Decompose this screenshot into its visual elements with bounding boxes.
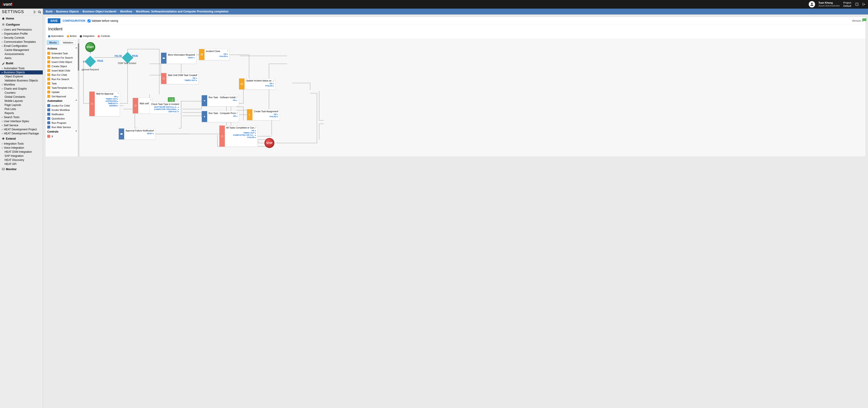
build-item-7[interactable]: Global Constants [0,95,43,99]
close-icon[interactable]: × [194,53,195,56]
close-icon[interactable]: × [277,110,279,112]
pal-auto-0[interactable]: Invoke For Child [45,104,79,108]
pal-action-7[interactable]: Task [45,81,79,86]
palette-group-actions[interactable]: Actions⌃ [45,46,79,51]
nav-build[interactable]: Build [0,60,43,66]
diamond-approval[interactable] [85,56,96,67]
close-icon[interactable]: × [273,79,274,82]
build-item-6[interactable]: Counters [0,91,43,95]
block-check-task[interactable]: Check Task Type in Incident SOFTWARE INS… [150,102,181,114]
validate-checkbox[interactable]: Validate before saving [88,19,118,22]
block-run-cp[interactable]: × Run Task - Computer Provi... OK [202,111,239,122]
cfg-item-3[interactable]: Communication Templates [0,40,43,44]
configuration-link[interactable]: CONFIGURATION [63,19,85,22]
close-icon[interactable]: × [255,126,256,128]
palette-scrollbar[interactable] [78,39,79,156]
nav-monitor[interactable]: Monitor [0,166,43,172]
block-all-tasks[interactable]: × All Tasks Completed or Can... OK TIMED… [219,125,258,147]
block-incident-close[interactable]: × Incident Close OKFAILED [199,49,229,60]
build-item-13[interactable]: User Interface Styles [0,119,43,123]
pal-action-0[interactable]: Extended Task [45,51,79,55]
nav-configure[interactable]: Configure [0,22,43,28]
cfg-item-2[interactable]: Security Controls [0,36,43,40]
tab-blocks[interactable]: Blocks [47,40,59,45]
cfg-item-7[interactable]: Alerts [0,56,43,60]
bc-bo[interactable]: Business Objects [56,10,79,13]
pal-action-8[interactable]: Task/Template Inst... [45,86,79,90]
build-item-1[interactable]: Business Objects [0,70,43,75]
workflow-canvas[interactable]: START pproval Required E TRUE DSM Task E… [80,39,866,156]
palette-group-automation[interactable]: Automation⌃ [45,98,79,104]
close-icon[interactable]: × [227,50,228,52]
ext-item-3[interactable]: SAP Integration [0,154,43,158]
pal-action-6[interactable]: Run For Search [45,77,79,81]
build-item-11[interactable]: Reports [0,111,43,115]
cfg-item-4[interactable]: Email Configuration [0,44,43,48]
pal-action-9[interactable]: Update [45,90,79,94]
block-wait-approval[interactable]: × Wait for Approval OK TIMED OUT APPROVE… [89,91,120,116]
build-item-10[interactable]: Pick Lists [0,107,43,111]
build-item-8[interactable]: Mobile Layouts [0,99,43,103]
block-approval-fail[interactable]: × Approval Failure Notification SENT [119,128,155,140]
block-wait-dsm[interactable]: × Wait Until DSM Task Created OKTIMED OU… [161,73,198,84]
help-icon[interactable]: ? [855,2,859,6]
close-icon[interactable]: × [196,74,197,76]
pal-auto-4[interactable]: Run Program [45,121,79,125]
pal-auto-2[interactable]: Notification [45,112,79,116]
build-item-15[interactable]: HEAT Development Project [0,127,43,132]
ext-item-5[interactable]: HEAT API [0,162,43,166]
ext-item-1[interactable]: Voice Integration [0,146,43,150]
collapse-sidebar-icon[interactable]: « [39,10,41,13]
pal-action-4[interactable]: Insert Multi Child [45,68,79,72]
bc-build[interactable]: Build [46,10,53,13]
block-run-sw[interactable]: × Run Task - Software Install... OK [202,95,239,106]
pal-action-5[interactable]: Run For Child [45,72,79,77]
build-item-14[interactable]: Self Service [0,123,43,127]
project-selector[interactable]: Project: Default [843,1,852,8]
avatar[interactable] [809,1,815,7]
diamond-dsm[interactable] [122,52,133,64]
pal-auto-1[interactable]: Invoke Workflow [45,108,79,112]
pal-auto-3[interactable]: QuickAction [45,116,79,121]
pal-action-3[interactable]: Create Object [45,64,79,68]
tree-icon[interactable] [33,10,36,13]
cfg-item-5[interactable]: Cache Management [0,48,43,52]
close-icon[interactable]: × [237,112,238,114]
block-create-assign[interactable]: × Create Task Assignment OKFAILED [247,109,280,120]
start-node[interactable]: START [85,42,95,52]
close-icon[interactable]: × [153,129,154,132]
bc-workflow[interactable]: Workflow [120,10,132,13]
build-item-16[interactable]: HEAT Development Package [0,132,43,136]
ext-item-2[interactable]: HEAT DSM Integration [0,150,43,154]
close-icon[interactable]: × [237,96,238,98]
cfg-item-0[interactable]: Users and Permissions [0,28,43,32]
build-item-3[interactable]: Validation Business Objects [0,79,43,83]
build-item-2[interactable]: Object Explorer [0,75,43,79]
pal-action-2[interactable]: Insert Child Object [45,60,79,64]
pal-ctrl-0[interactable]: If [45,134,79,139]
pal-auto-5[interactable]: Run Web Service [45,125,79,129]
nav-home[interactable]: Home [0,16,43,22]
cfg-item-1[interactable]: Organization Profile [0,32,43,36]
palette-group-controls[interactable]: Controls⌃ [45,129,79,134]
pal-action-1[interactable]: Archive For Search [45,55,79,60]
build-item-0[interactable]: Automation Tools [0,66,43,70]
ext-item-4[interactable]: HEAT Discovery [0,158,43,162]
close-icon[interactable]: × [117,92,119,95]
tab-validation[interactable]: Validation [60,40,76,45]
close-icon[interactable]: × [150,98,151,101]
cfg-item-6[interactable]: Announcements [0,52,43,56]
pal-action-10[interactable]: Get Approval [45,94,79,98]
build-item-4[interactable]: Workflow [0,83,43,87]
stop-node[interactable]: STOP [265,138,274,148]
user-info[interactable]: Tuan Khong Asset Administrator [818,1,840,7]
block-update-status[interactable]: × Update Incident status as ... OKFAILED [239,78,276,90]
logout-icon[interactable] [862,2,866,6]
nav-extend[interactable]: Extend [0,136,43,142]
save-button[interactable]: SAVE [48,18,60,23]
bc-incident[interactable]: Business Object Incident# [83,10,117,13]
block-more-info[interactable]: × More Information Required SENT [161,53,196,64]
ext-item-0[interactable]: Integration Tools [0,142,43,146]
build-item-5[interactable]: Charts and Graphs [0,87,43,91]
build-item-12[interactable]: Search Tools [0,115,43,119]
